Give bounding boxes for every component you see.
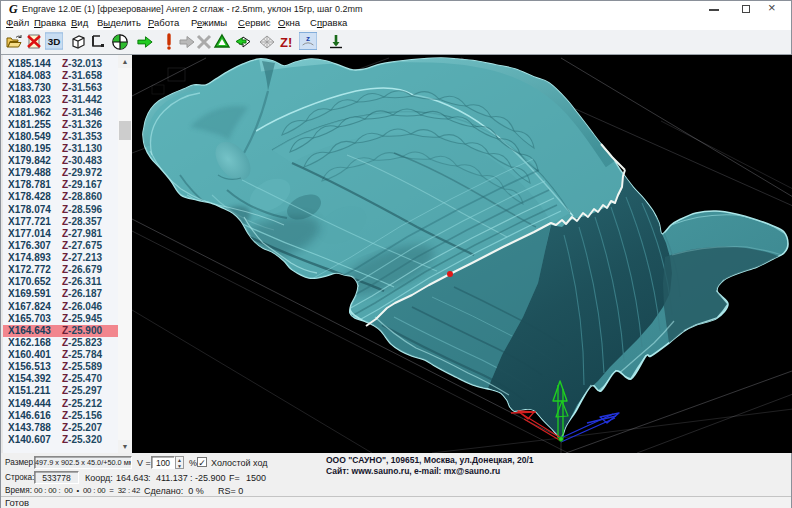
svg-text:3D: 3D (48, 36, 61, 47)
svg-text:z: z (306, 34, 310, 43)
svg-text:Z!: Z! (280, 35, 292, 50)
